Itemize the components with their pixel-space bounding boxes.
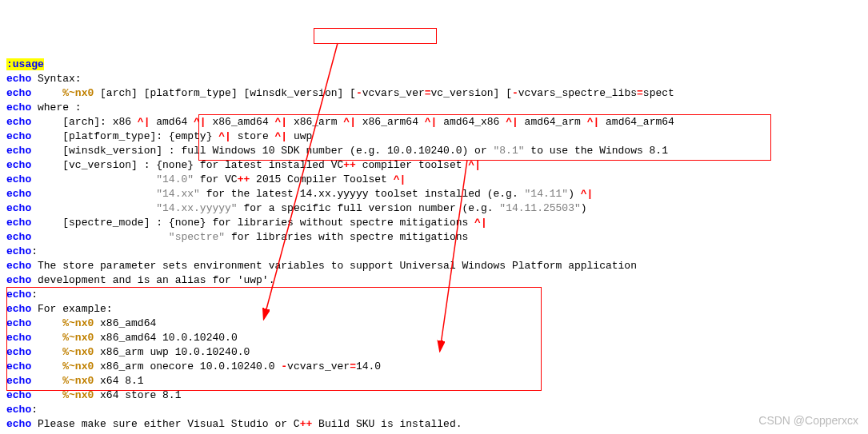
kw-echo: echo bbox=[6, 389, 31, 401]
kw-echo: echo bbox=[6, 332, 31, 344]
var-nx0: %~nx0 bbox=[62, 87, 94, 99]
kw-echo: echo bbox=[6, 130, 31, 142]
kw-echo: echo bbox=[6, 116, 31, 128]
kw-echo: echo bbox=[6, 145, 31, 157]
kw-echo: echo bbox=[6, 274, 31, 286]
kw-echo: echo bbox=[6, 73, 31, 85]
text: Syntax: bbox=[31, 73, 81, 85]
kw-echo: echo bbox=[6, 404, 31, 416]
annotation-box-winsdk bbox=[314, 28, 437, 44]
kw-echo: echo bbox=[6, 173, 31, 185]
kw-echo: echo bbox=[6, 87, 31, 99]
kw-echo: echo bbox=[6, 418, 31, 430]
kw-echo: echo bbox=[6, 303, 31, 315]
kw-echo: echo bbox=[6, 289, 31, 301]
code-block: :usage echo Syntax: echo %~nx0 [arch] [p… bbox=[0, 58, 868, 434]
kw-echo: echo bbox=[6, 188, 31, 200]
kw-echo: echo bbox=[6, 231, 31, 243]
kw-echo: echo bbox=[6, 317, 31, 329]
kw-echo: echo bbox=[6, 245, 31, 257]
kw-echo: echo bbox=[6, 346, 31, 358]
kw-echo: echo bbox=[6, 217, 31, 229]
kw-echo: echo bbox=[6, 360, 31, 372]
label-usage: :usage bbox=[6, 58, 44, 70]
kw-echo: echo bbox=[6, 260, 31, 272]
kw-echo: echo bbox=[6, 375, 31, 387]
kw-echo: echo bbox=[6, 202, 31, 214]
kw-echo: echo bbox=[6, 159, 31, 171]
kw-echo: echo bbox=[6, 102, 31, 113]
